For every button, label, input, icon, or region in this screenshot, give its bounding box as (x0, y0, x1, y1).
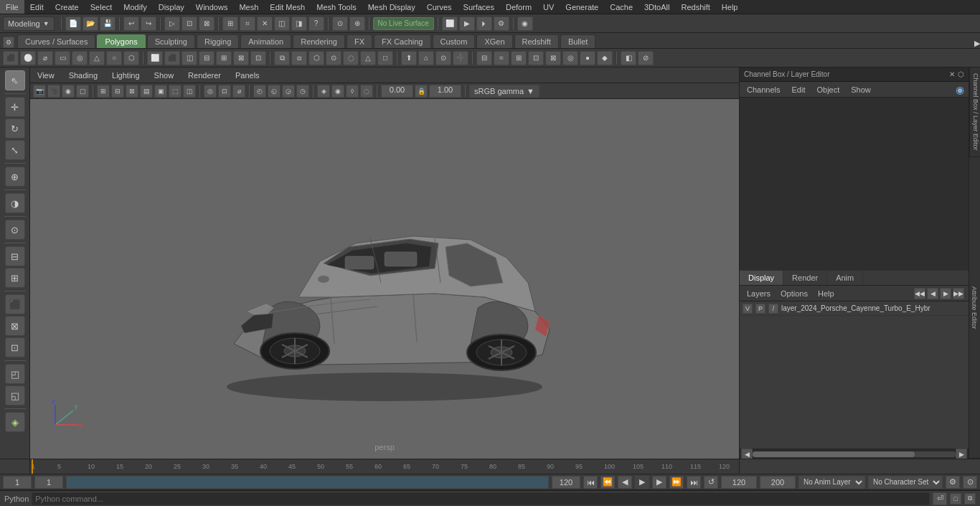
menu-mesh[interactable]: Mesh (233, 0, 264, 14)
tab-fx[interactable]: FX (347, 34, 372, 48)
render-region-btn[interactable]: ⬜ (442, 17, 458, 31)
anim-start-input[interactable]: 120 (721, 476, 757, 489)
extrude-btn[interactable]: ⬆ (401, 51, 417, 65)
safe-frame[interactable]: ⊡ (5, 337, 25, 357)
layers-nav-prev2[interactable]: ◀ (927, 288, 938, 299)
display-mode1[interactable]: ⊟ (5, 246, 25, 266)
hipoly-shading[interactable]: ◈ (5, 412, 25, 432)
vp-display3[interactable]: ⊠ (126, 85, 138, 98)
combine-btn[interactable]: ⧉ (274, 51, 290, 65)
edge-flow-btn[interactable]: ≈ (494, 51, 509, 65)
prev-frame-btn[interactable]: ◀ (618, 476, 632, 489)
cb-tab-edit[interactable]: Edit (788, 84, 808, 95)
vp-cam4-btn[interactable]: ▢ (76, 85, 89, 98)
anim-settings-btn[interactable]: ⚙ (946, 476, 960, 489)
viewport-renderer-menu[interactable]: Renderer (185, 70, 224, 81)
scroll-right-btn[interactable]: ▶ (956, 449, 967, 459)
poly-obj4-btn[interactable]: ⊟ (199, 51, 215, 65)
menu-redshift[interactable]: Redshift (675, 0, 715, 14)
range-end-input[interactable]: 120 (552, 476, 580, 489)
poly-obj7-btn[interactable]: ⊡ (250, 51, 266, 65)
python-execute-btn[interactable]: ⏎ (933, 492, 947, 505)
menu-3dtoall[interactable]: 3DtoAll (639, 0, 675, 14)
layer-p-0[interactable]: P (755, 304, 765, 314)
heads-up-display[interactable]: ◰ (5, 364, 25, 384)
vp-resolution-btn[interactable]: ◵ (268, 85, 281, 98)
next-keyframe-btn[interactable]: ⏩ (669, 476, 684, 489)
extract-btn[interactable]: ⬡ (308, 51, 324, 65)
viewport-shading-menu[interactable]: Shading (66, 70, 100, 81)
transform-constraints-btn[interactable]: ⊙ (332, 17, 348, 31)
tab-end-arrow[interactable]: ▶ (974, 39, 980, 48)
scale-tool[interactable]: ⤡ (5, 140, 25, 160)
menu-select[interactable]: Select (85, 0, 118, 14)
tab-render[interactable]: Render (783, 271, 827, 285)
fill-hole-btn[interactable]: ⊙ (435, 51, 451, 65)
poly-cylinder-btn[interactable]: ⌀ (37, 51, 53, 65)
float-panel-btn[interactable]: ⬡ (958, 70, 964, 78)
universal-manipulator[interactable]: ⊕ (5, 167, 25, 187)
poly-plane-btn[interactable]: ▭ (55, 51, 70, 65)
poly-disk-btn[interactable]: ○ (106, 51, 122, 65)
current-frame-input[interactable]: 1 (3, 476, 32, 489)
show-hide-btn[interactable]: ◉ (517, 17, 533, 31)
connect-btn[interactable]: ⊡ (528, 51, 544, 65)
attribute-editor-vtab[interactable]: Attribute Editor (969, 157, 980, 459)
status-icon2[interactable]: ⧉ (964, 493, 976, 505)
menu-mesh-display[interactable]: Mesh Display (362, 0, 421, 14)
crease-btn[interactable]: ⊘ (638, 51, 654, 65)
viewport-panels-menu[interactable]: Panels (232, 70, 263, 81)
menu-deform[interactable]: Deform (500, 0, 537, 14)
render-current-btn[interactable]: ▶ (459, 17, 475, 31)
poly-obj6-btn[interactable]: ⊠ (233, 51, 249, 65)
vp-shadows-btn[interactable]: ◊ (346, 85, 359, 98)
tab-custom[interactable]: Custom (433, 34, 476, 48)
vp-isolate-btn[interactable]: ◴ (253, 85, 266, 98)
next-frame-btn[interactable]: ▶ (652, 476, 666, 489)
menu-modify[interactable]: Modify (118, 0, 152, 14)
tab-fx-caching[interactable]: FX Caching (374, 34, 430, 48)
snap-to-curve-btn[interactable]: ⌗ (240, 17, 255, 31)
settings-btn[interactable]: ⚙ (3, 37, 14, 48)
menu-help[interactable]: Help (716, 0, 744, 14)
layers-menu-layers[interactable]: Layers (744, 288, 773, 299)
poly-obj2-btn[interactable]: ⬛ (164, 51, 180, 65)
offset-btn[interactable]: ⊞ (511, 51, 527, 65)
show-manip[interactable]: ⊙ (5, 220, 25, 240)
redo-btn[interactable]: ↪ (141, 17, 156, 31)
poly-obj5-btn[interactable]: ⊞ (216, 51, 232, 65)
quick-layout[interactable]: ⬛ (5, 294, 25, 314)
vp-display2[interactable]: ⊟ (111, 85, 124, 98)
menu-curves[interactable]: Curves (421, 0, 458, 14)
prev-keyframe-btn[interactable]: ⏪ (600, 476, 615, 489)
quadrangulate-btn[interactable]: □ (377, 51, 393, 65)
menu-windows[interactable]: Windows (190, 0, 234, 14)
timeline-ruler[interactable]: 1 5 10 15 20 25 30 35 40 45 50 55 60 65 … (0, 459, 980, 474)
cb-tab-object[interactable]: Object (814, 84, 842, 95)
layer-row-0[interactable]: V P / layer_2024_Porsche_Cayenne_Turbo_E… (740, 301, 969, 316)
tab-anim[interactable]: Anim (827, 271, 863, 285)
color-space-indicator[interactable]: sRGB gamma ▼ (469, 85, 540, 98)
separate-btn[interactable]: ⧈ (291, 51, 307, 65)
go-to-end-btn[interactable]: ⏭ (687, 476, 701, 489)
layers-nav-next2[interactable]: ▶▶ (953, 288, 964, 299)
tab-xgen[interactable]: XGen (476, 34, 512, 48)
vp-display6[interactable]: ⬚ (169, 85, 182, 98)
smooth-btn[interactable]: ◌ (343, 51, 359, 65)
cb-tab-channels[interactable]: Channels (744, 84, 783, 95)
vp-zoom-input[interactable]: 0.00 (381, 85, 413, 98)
menu-generate[interactable]: Generate (560, 0, 604, 14)
loop-cut-btn[interactable]: ⊟ (476, 51, 492, 65)
viewport-lighting-menu[interactable]: Lighting (109, 70, 143, 81)
render-settings-btn[interactable]: ⚙ (494, 17, 509, 31)
menu-cache[interactable]: Cache (604, 0, 639, 14)
snap-help-btn[interactable]: ? (308, 17, 324, 31)
menu-edit[interactable]: Edit (24, 0, 50, 14)
vp-post-btn[interactable]: ◌ (360, 85, 373, 98)
scroll-left-btn[interactable]: ◀ (741, 449, 753, 459)
vp-xray-btn[interactable]: ◎ (204, 85, 217, 98)
vp-display4[interactable]: ▤ (140, 85, 153, 98)
layer-vis-0[interactable]: V (743, 304, 753, 314)
vp-camera-btn[interactable]: 📷 (33, 85, 46, 98)
scroll-track[interactable] (753, 451, 956, 457)
